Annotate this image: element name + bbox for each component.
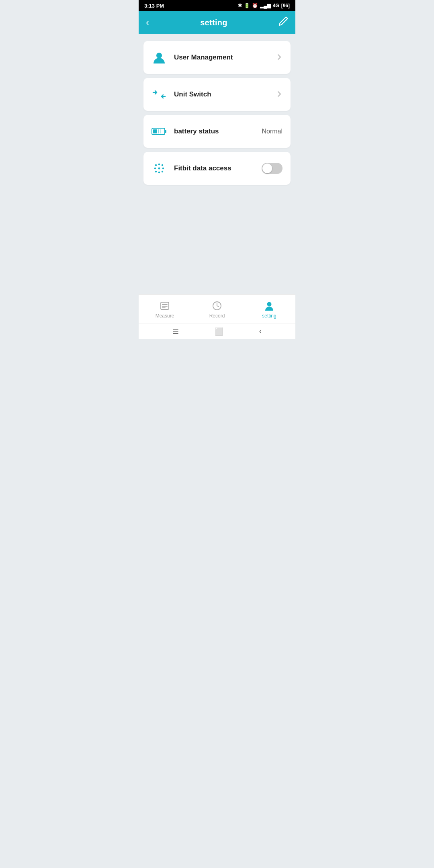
android-home-button[interactable]: ⬜ [215, 327, 223, 336]
svg-rect-5 [160, 129, 161, 133]
user-management-card[interactable]: User Management [143, 41, 291, 74]
nav-record[interactable]: Record [191, 300, 243, 319]
network-type: 4G [273, 3, 279, 8]
battery-status-label: battery status [174, 127, 254, 135]
user-icon [151, 50, 167, 65]
battery-percent: [96] [281, 3, 290, 8]
battery-status-icon [151, 124, 167, 139]
user-management-arrow [276, 53, 283, 62]
bottom-nav: Measure Record setting [139, 294, 295, 323]
signal-icon: ▂▄▆ [260, 3, 271, 8]
android-nav-bar: ☰ ⬜ ‹ [139, 323, 295, 339]
battery-status-card: battery status Normal [143, 115, 291, 148]
status-bar: 3:13 PM ✱ 🔋 ⏰ ▂▄▆ 4G [96] [139, 0, 295, 11]
bluetooth-icon: ✱ [238, 3, 242, 8]
svg-rect-4 [158, 129, 159, 133]
fitbit-icon [151, 161, 167, 176]
svg-point-11 [162, 168, 164, 169]
unit-switch-icon [151, 87, 167, 102]
edit-button[interactable] [278, 16, 288, 29]
unit-switch-card[interactable]: Unit Switch [143, 78, 291, 111]
content-area: User Management Unit Switch [139, 34, 295, 294]
nav-setting[interactable]: setting [243, 300, 295, 319]
page-title: setting [200, 18, 227, 27]
setting-label: setting [262, 313, 276, 319]
svg-point-12 [155, 171, 157, 172]
android-menu-button[interactable]: ☰ [172, 327, 179, 336]
svg-point-9 [154, 168, 156, 169]
svg-rect-2 [165, 130, 166, 133]
user-management-label: User Management [174, 53, 269, 61]
toggle-knob [262, 164, 272, 173]
unit-switch-arrow [276, 90, 283, 99]
header: ‹ setting [139, 11, 295, 34]
unit-switch-label: Unit Switch [174, 90, 269, 98]
svg-point-10 [158, 168, 160, 170]
measure-icon [159, 300, 170, 311]
record-icon [211, 300, 223, 311]
svg-point-20 [267, 302, 272, 306]
status-time: 3:13 PM [144, 3, 164, 9]
fitbit-access-label: Fitbit data access [174, 164, 254, 172]
measure-label: Measure [156, 313, 174, 319]
record-label: Record [209, 313, 225, 319]
svg-rect-3 [153, 129, 157, 133]
fitbit-access-card: Fitbit data access [143, 152, 291, 185]
battery-status-value: Normal [262, 128, 283, 135]
alarm-icon: ⏰ [252, 3, 258, 8]
fitbit-toggle[interactable] [262, 163, 283, 174]
nav-measure[interactable]: Measure [139, 300, 191, 319]
svg-point-0 [156, 53, 162, 58]
svg-point-13 [158, 172, 160, 173]
battery-icon: 🔋 [244, 3, 250, 8]
setting-icon [264, 300, 275, 311]
svg-point-8 [162, 164, 163, 166]
back-button[interactable]: ‹ [146, 17, 149, 28]
svg-rect-15 [161, 302, 169, 309]
svg-point-6 [155, 164, 157, 166]
svg-point-7 [158, 164, 160, 165]
status-right: ✱ 🔋 ⏰ ▂▄▆ 4G [96] [238, 3, 290, 8]
android-back-button[interactable]: ‹ [259, 327, 262, 336]
svg-point-14 [162, 171, 163, 172]
